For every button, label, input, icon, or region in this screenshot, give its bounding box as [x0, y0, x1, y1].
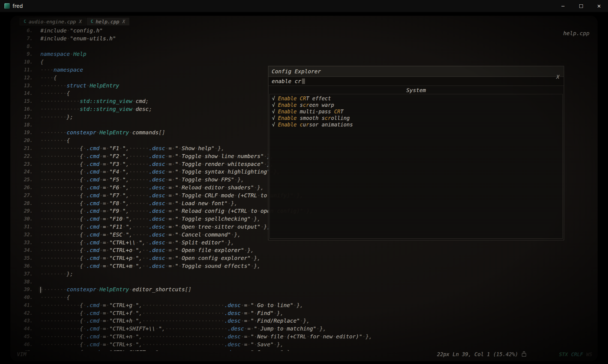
popup-close-button[interactable]: X — [556, 74, 559, 80]
section-header: System — [268, 86, 564, 95]
crlf-indicator: CRLF — [571, 351, 583, 357]
option-text — [297, 95, 300, 102]
config-option[interactable]: √Enable cursor animations — [272, 121, 560, 128]
checkbox-checked-icon[interactable]: √ — [272, 121, 278, 128]
code-line[interactable]: 8. — [17, 43, 596, 50]
option-text: een warp — [309, 102, 334, 108]
tab-close-icon[interactable]: X — [79, 19, 82, 24]
line-number: 6. — [17, 27, 33, 35]
line-number: 44. — [17, 325, 33, 333]
code-line[interactable]: 35.············{·.cmd·=·"CTRL+p·",··.des… — [17, 254, 596, 262]
code-line[interactable]: 45.············{·.cmd·=·"CTRL+n·",······… — [17, 333, 596, 341]
code-line[interactable]: 46.············{·.cmd·=·"CTRL+s·",······… — [17, 341, 596, 348]
config-options-list: √Enable CRT effect√Enable screen warp√En… — [269, 94, 563, 239]
tab-label: help.cpp — [96, 19, 119, 25]
line-number: 27. — [17, 192, 33, 199]
line-number: 12. — [17, 74, 33, 82]
code-line[interactable]: 40.········{ — [17, 293, 596, 301]
line-number: 43. — [17, 317, 33, 325]
match-highlight-text: Enable — [278, 115, 297, 121]
code-line[interactable]: 9.namespace·Help — [17, 50, 596, 58]
option-text: u — [303, 121, 306, 128]
option-text — [297, 121, 300, 128]
code-line[interactable]: 38. — [17, 278, 596, 286]
popup-title: Config Explorer — [272, 68, 321, 75]
config-option[interactable]: √Enable multi-pass CRT — [272, 108, 560, 115]
line-number: 40. — [17, 293, 33, 301]
line-number: 24. — [17, 168, 33, 176]
option-text: T — [340, 108, 343, 115]
line-number: 41. — [17, 301, 33, 309]
vim-mode-indicator: VIM — [17, 351, 26, 357]
match-highlight-text: cr — [303, 102, 309, 108]
line-number: 46. — [17, 341, 33, 348]
maximize-button[interactable]: ☐ — [572, 0, 590, 12]
line-number: 20. — [17, 136, 33, 144]
checkbox-checked-icon[interactable]: √ — [272, 95, 278, 102]
line-number: 13. — [17, 82, 33, 90]
tab-help[interactable]: C help.cpp X — [87, 18, 129, 25]
minimize-button[interactable]: ─ — [554, 0, 572, 12]
code-line[interactable]: 42.············{·.cmd·=·"CTRL+f·",······… — [17, 309, 596, 317]
stx-indicator: STX — [559, 351, 568, 357]
line-number: 21. — [17, 144, 33, 152]
cpp-file-icon: C — [24, 19, 26, 24]
code-line[interactable]: 44.············{·.cmd·=·"CTRL+SHIFT+\\·"… — [17, 325, 596, 333]
code-line[interactable]: 10.{ — [17, 58, 596, 66]
status-bar: VIM 22px Ln 39, Col 1 (15.42%) STX CRLF … — [17, 350, 592, 358]
match-highlight-text: cr — [325, 115, 331, 121]
line-number: 17. — [17, 113, 33, 121]
line-number: 36. — [17, 262, 33, 270]
line-number: 34. — [17, 246, 33, 254]
option-text: sor animations — [309, 121, 353, 128]
line-number: 35. — [17, 254, 33, 262]
line-number: 31. — [17, 223, 33, 231]
line-number: 32. — [17, 231, 33, 239]
code-line[interactable]: 43.············{·.cmd·=·"CTRL+h·",······… — [17, 317, 596, 325]
option-text: multi-pass — [297, 108, 334, 115]
line-number: 37. — [17, 270, 33, 278]
match-highlight-text: r — [306, 121, 309, 128]
status-right-cluster: 22px Ln 39, Col 1 (15.42%) STX CRLF WS — [437, 351, 592, 357]
lock-icon — [522, 353, 526, 357]
code-line[interactable]: 6.#include·"config.h" — [17, 27, 596, 35]
tab-bar: C audio-engine.cpp X C help.cpp X — [20, 18, 129, 25]
config-option[interactable]: √Enable screen warp — [272, 102, 560, 108]
search-cursor — [302, 78, 305, 84]
config-option[interactable]: √Enable smooth scrolling — [272, 115, 560, 121]
line-number: 8. — [17, 43, 33, 50]
tab-close-icon[interactable]: X — [122, 19, 125, 24]
code-line[interactable]: 41.············{·.cmd·=·"CTRL+g·",······… — [17, 301, 596, 309]
match-highlight-text: Enable — [278, 108, 297, 115]
cpp-file-icon: C — [91, 19, 93, 24]
match-highlight-text: Enable — [278, 121, 297, 128]
current-file-label: help.cpp — [563, 30, 589, 37]
close-button[interactable]: ✕ — [590, 0, 608, 12]
code-line[interactable]: 7.#include·"enum-utils.h" — [17, 35, 596, 43]
code-line[interactable]: 39.········constexpr·HelpEntry·editor_sh… — [17, 286, 596, 293]
match-highlight-text: c — [300, 121, 303, 128]
checkbox-checked-icon[interactable]: √ — [272, 102, 278, 108]
code-line[interactable]: 36.············{·.cmd·=·"CTRL+m·",··.des… — [17, 262, 596, 270]
option-text: s — [297, 102, 303, 108]
code-line[interactable]: 34.············{·.cmd·=·"CTRL+o·",··.des… — [17, 246, 596, 254]
line-number: 15. — [17, 97, 33, 105]
popup-title-bar[interactable]: Config Explorer — [268, 66, 564, 77]
config-option[interactable]: √Enable CRT effect — [272, 95, 560, 102]
code-line[interactable]: 37.········}; — [17, 270, 596, 278]
line-number: 29. — [17, 207, 33, 215]
line-number: 45. — [17, 333, 33, 341]
line-number: 19. — [17, 129, 33, 136]
checkbox-checked-icon[interactable]: √ — [272, 108, 278, 115]
checkbox-checked-icon[interactable]: √ — [272, 115, 278, 121]
line-number: 14. — [17, 89, 33, 97]
match-highlight-text: Enable — [278, 102, 297, 108]
line-number: 30. — [17, 215, 33, 223]
tab-audio-engine[interactable]: C audio-engine.cpp X — [20, 18, 86, 25]
line-number: 25. — [17, 176, 33, 184]
line-number: 23. — [17, 160, 33, 168]
line-number: 26. — [17, 184, 33, 192]
line-number: 10. — [17, 58, 33, 66]
config-search-input[interactable]: enable cr — [268, 77, 564, 86]
editor-screen: C audio-engine.cpp X C help.cpp X help.c… — [10, 16, 598, 361]
